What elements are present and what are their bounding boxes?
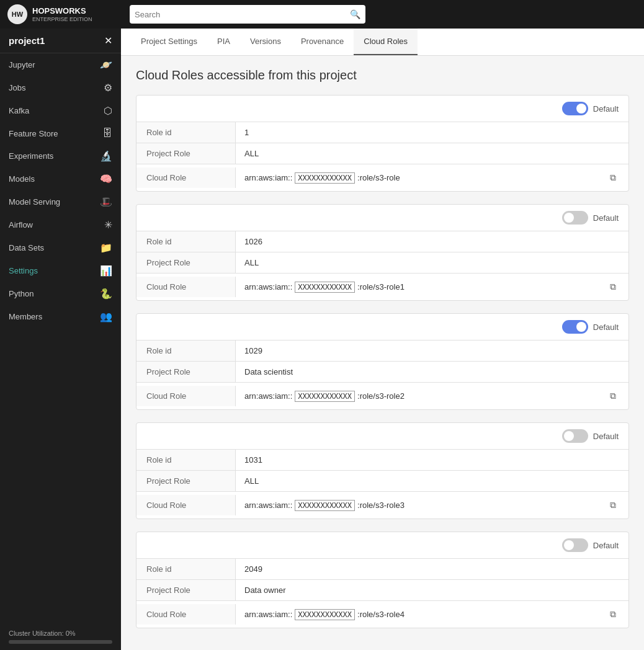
copy-button[interactable]: ⧉ [606, 388, 620, 404]
copy-button[interactable]: ⧉ [606, 497, 620, 513]
arn-prefix: arn:aws:iam:: [244, 173, 292, 182]
tab-bar: Project Settings PIA Versions Provenance… [121, 29, 644, 56]
page-title: Cloud Roles accessible from this project [136, 68, 629, 82]
sidebar-item-label: Model Serving [9, 197, 60, 207]
default-toggle[interactable] [562, 538, 588, 552]
toggle-slider [562, 538, 588, 552]
arn-suffix: :role/s3-role1 [357, 282, 405, 292]
arn-prefix: arn:aws:iam:: [244, 282, 292, 292]
project-role-row: Project Role ALL [136, 470, 628, 491]
airflow-icon: ✳ [104, 219, 112, 231]
role-id-row: Role id 1 [136, 122, 628, 143]
arn-masked: XXXXXXXXXXXX [295, 391, 355, 402]
role-id-row: Role id 1031 [136, 449, 628, 470]
default-toggle[interactable] [562, 320, 588, 334]
logo-name: HOPSWORKS [32, 6, 92, 16]
sidebar-item-label: Kafka [9, 106, 29, 115]
cloud-role-value: arn:aws:iam::XXXXXXXXXXXX:role/s3-role2 … [236, 383, 628, 409]
role-id-value: 1029 [236, 341, 628, 361]
main-content: Project Settings PIA Versions Provenance… [121, 29, 644, 650]
tab-pia[interactable]: PIA [207, 29, 240, 55]
project-role-row: Project Role ALL [136, 143, 628, 164]
sidebar-item-settings[interactable]: Settings 📊 [0, 259, 121, 282]
cloud-role-row: Cloud Role arn:aws:iam::XXXXXXXXXXXX:rol… [136, 382, 628, 409]
cloud-role-label: Cloud Role [136, 167, 236, 188]
toggle-slider [562, 211, 588, 225]
logo: HW HOPSWORKS ENTERPRISE EDITION [7, 4, 122, 24]
default-toggle[interactable] [562, 429, 588, 443]
sidebar-item-feature-store[interactable]: Feature Store 🗄 [0, 122, 121, 145]
sidebar-item-label: Settings [9, 266, 38, 275]
arn-suffix: :role/s3-role [357, 173, 400, 182]
role-id-value: 1031 [236, 450, 628, 470]
role-card-4: Default Role id 2049 Project Role Data o… [136, 532, 629, 628]
project-role-label: Project Role [136, 252, 236, 273]
feature-store-icon: 🗄 [102, 128, 112, 139]
arn-masked: XXXXXXXXXXXX [295, 500, 355, 511]
default-toggle[interactable] [562, 211, 588, 225]
sidebar-item-members[interactable]: Members 👥 [0, 305, 121, 328]
copy-button[interactable]: ⧉ [606, 279, 620, 295]
cloud-role-label: Cloud Role [136, 277, 236, 297]
tab-cloud-roles[interactable]: Cloud Roles [354, 29, 418, 55]
tab-provenance[interactable]: Provenance [291, 29, 354, 55]
kafka-icon: ⬡ [104, 105, 112, 117]
sidebar-item-models[interactable]: Models 🧠 [0, 167, 121, 190]
project-name: project1 [9, 35, 45, 46]
role-id-label: Role id [136, 559, 236, 579]
sidebar-item-kafka[interactable]: Kafka ⬡ [0, 99, 121, 122]
role-id-row: Role id 2049 [136, 558, 628, 579]
cloud-role-row: Cloud Role arn:aws:iam::XXXXXXXXXXXX:rol… [136, 164, 628, 191]
cloud-role-row: Cloud Role arn:aws:iam::XXXXXXXXXXXX:rol… [136, 600, 628, 628]
role-id-value: 1 [236, 122, 628, 143]
arn-suffix: :role/s3-role4 [357, 610, 405, 619]
copy-button[interactable]: ⧉ [606, 170, 620, 185]
sidebar-item-label: Python [9, 289, 34, 298]
role-card-2: Default Role id 1029 Project Role Data s… [136, 313, 629, 410]
model-serving-icon: 🎩 [100, 196, 112, 208]
arn-masked: XXXXXXXXXXXX [295, 282, 355, 293]
role-id-label: Role id [136, 450, 236, 470]
project-header: project1 ✕ [0, 29, 121, 53]
sidebar-item-jobs[interactable]: Jobs ⚙ [0, 76, 121, 99]
tab-project-settings[interactable]: Project Settings [131, 29, 207, 55]
search-input[interactable] [135, 10, 346, 19]
sidebar-item-model-serving[interactable]: Model Serving 🎩 [0, 190, 121, 213]
experiments-icon: 🔬 [100, 150, 112, 162]
default-label: Default [593, 104, 619, 114]
default-label: Default [593, 323, 619, 332]
role-card-header: Default [136, 205, 628, 231]
sidebar-item-jupyter[interactable]: Jupyter 🪐 [0, 53, 121, 76]
sidebar-item-airflow[interactable]: Airflow ✳ [0, 213, 121, 236]
sidebar-item-label: Jobs [9, 83, 25, 92]
project-role-value: ALL [236, 471, 628, 491]
sidebar-item-label: Data Sets [9, 243, 44, 252]
role-card-3: Default Role id 1031 Project Role ALL Cl… [136, 422, 629, 519]
project-role-row: Project Role ALL [136, 252, 628, 273]
sidebar-item-python[interactable]: Python 🐍 [0, 282, 121, 305]
role-id-label: Role id [136, 122, 236, 143]
sidebar: project1 ✕ Jupyter 🪐 Jobs ⚙ Kafka ⬡ Feat… [0, 29, 121, 650]
models-icon: 🧠 [100, 173, 112, 185]
default-label: Default [593, 213, 619, 223]
sidebar-item-label: Experiments [9, 151, 53, 161]
cloud-role-label: Cloud Role [136, 386, 236, 406]
default-toggle[interactable] [562, 102, 588, 115]
role-card-header: Default [136, 96, 628, 122]
cloud-role-value: arn:aws:iam::XXXXXXXXXXXX:role/s3-role1 … [236, 274, 628, 300]
cluster-label: Cluster Utilization: 0% [9, 630, 112, 637]
sidebar-item-datasets[interactable]: Data Sets 📁 [0, 236, 121, 259]
settings-icon: 📊 [100, 265, 112, 277]
page-body: Cloud Roles accessible from this project… [121, 56, 644, 650]
cloud-role-value: arn:aws:iam::XXXXXXXXXXXX:role/s3-role3 … [236, 492, 628, 519]
sidebar-item-experiments[interactable]: Experiments 🔬 [0, 145, 121, 167]
toggle-slider [562, 429, 588, 443]
cluster-bar [9, 640, 112, 644]
search-bar[interactable]: 🔍 [130, 5, 365, 24]
copy-button[interactable]: ⧉ [606, 607, 620, 622]
logo-icon: HW [7, 4, 27, 24]
close-project-button[interactable]: ✕ [104, 35, 112, 47]
project-role-label: Project Role [136, 362, 236, 382]
role-id-value: 1026 [236, 231, 628, 252]
tab-versions[interactable]: Versions [240, 29, 291, 55]
